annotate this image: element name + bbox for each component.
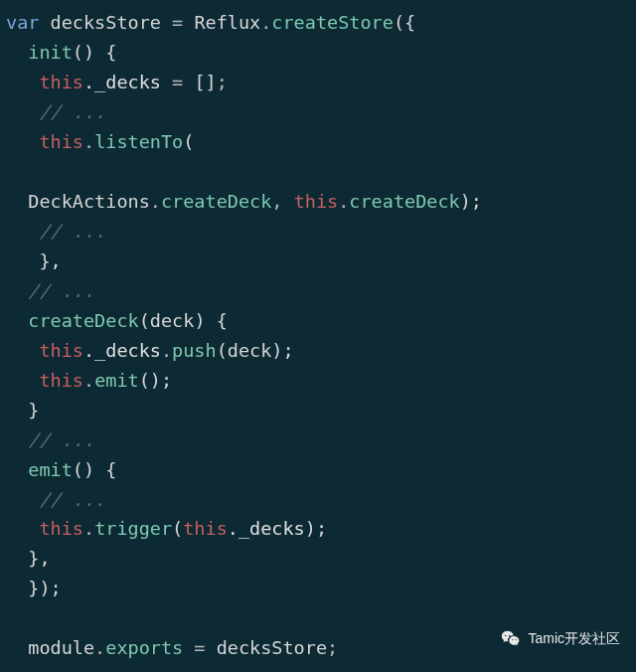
identifier: decksStore	[217, 637, 327, 658]
identifier: decksStore	[51, 12, 161, 33]
identifier: module	[28, 637, 94, 658]
this-keyword: this	[39, 340, 83, 361]
wechat-icon	[500, 628, 522, 650]
watermark: Tamic开发社区	[500, 627, 620, 650]
code-line: // ...	[6, 280, 94, 301]
code-line: emit() {	[6, 459, 116, 480]
this-keyword: this	[39, 518, 83, 539]
this-keyword: this	[294, 191, 339, 212]
code-line: module.exports = decksStore;	[6, 637, 338, 658]
property: createDeck	[161, 191, 271, 212]
comment: // ...	[39, 221, 105, 242]
code-line: init() {	[6, 42, 116, 63]
method-name: emit	[94, 370, 139, 391]
code-line: createDeck(deck) {	[6, 310, 228, 331]
code-line: // ...	[6, 429, 94, 450]
code-line: var decksStore = Reflux.createStore({	[6, 12, 415, 33]
code-line: this._decks = [];	[6, 72, 228, 92]
method-name: createDeck	[28, 310, 138, 331]
method-name: push	[172, 340, 217, 361]
code-line: // ...	[6, 101, 105, 122]
watermark-text: Tamic开发社区	[528, 627, 620, 650]
this-keyword: this	[39, 131, 83, 152]
code-line: }	[6, 400, 39, 420]
this-keyword: this	[183, 518, 228, 539]
this-keyword: this	[39, 370, 83, 391]
this-keyword: this	[39, 72, 83, 92]
code-line: // ...	[6, 221, 105, 242]
method-name: trigger	[94, 518, 172, 539]
method-name: emit	[28, 459, 73, 480]
code-block: var decksStore = Reflux.createStore({ in…	[6, 8, 630, 663]
comment: // ...	[28, 429, 94, 450]
code-line: this.emit();	[6, 370, 172, 391]
code-line: },	[6, 251, 62, 271]
identifier: Reflux	[194, 12, 260, 33]
method-name: listenTo	[94, 131, 183, 152]
code-line: });	[6, 578, 62, 598]
keyword-var: var	[6, 12, 39, 33]
identifier: DeckActions	[28, 191, 150, 212]
comment: // ...	[39, 101, 105, 122]
code-line: DeckActions.createDeck, this.createDeck)…	[6, 191, 482, 212]
code-line: this.listenTo(	[6, 131, 194, 152]
method-name: init	[28, 42, 73, 63]
method-name: createStore	[271, 12, 394, 33]
code-line: // ...	[6, 489, 105, 510]
property: exports	[105, 637, 183, 658]
property: createDeck	[349, 191, 459, 212]
code-line: this._decks.push(deck);	[6, 340, 294, 361]
code-line: this.trigger(this._decks);	[6, 518, 327, 539]
comment: // ...	[28, 280, 94, 301]
comment: // ...	[39, 489, 105, 510]
code-line: },	[6, 548, 51, 569]
